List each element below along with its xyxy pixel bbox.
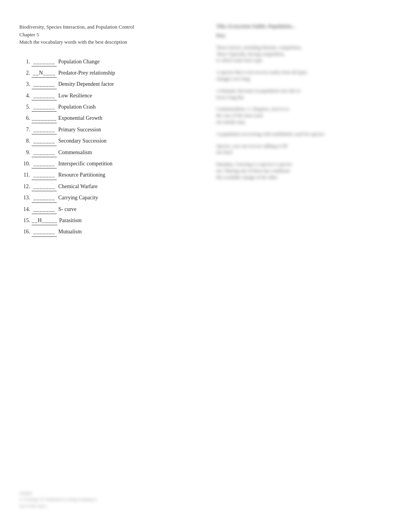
footer-label: Student bbox=[19, 490, 97, 496]
footer-section: Student A. Ecology, B. Population ecolog… bbox=[19, 490, 97, 509]
vocab-item: 4._______Low Resilience bbox=[19, 92, 197, 100]
item-blank[interactable]: _______ bbox=[32, 171, 57, 180]
vocab-item: 2.__N____Predator-Prey relationship bbox=[19, 69, 197, 78]
item-label: Population Crash bbox=[58, 103, 96, 111]
item-number: 1. bbox=[19, 58, 30, 66]
vocab-item: 16._______Mutualism bbox=[19, 228, 197, 236]
item-number: 4. bbox=[19, 92, 30, 100]
desc-item-e: Commensalism, A. Requires, next to to th… bbox=[216, 106, 391, 125]
item-number: 15. bbox=[19, 216, 30, 225]
item-blank[interactable]: _______ bbox=[32, 205, 57, 214]
vocab-item: 15.__H_____Parasitism bbox=[19, 216, 197, 225]
desc-item-h: Interplay, Carrying is a species is spec… bbox=[216, 161, 391, 180]
right-column: This, Ecosystem Stable, Population... Pr… bbox=[205, 23, 391, 509]
desc-item-b: These factors, including Density, compet… bbox=[216, 44, 391, 64]
item-blank[interactable]: _______ bbox=[32, 126, 57, 134]
item-label: Low Resilience bbox=[58, 92, 92, 100]
header-line2: Chapter 5 bbox=[19, 31, 197, 39]
item-label: Parasitism bbox=[59, 216, 81, 225]
header-line3: Match the vocabulary words with the best… bbox=[19, 38, 197, 46]
item-label: Resource Partitioning bbox=[58, 171, 105, 179]
vocab-item: 6.________Exponential Growth bbox=[19, 114, 197, 123]
item-label: Carrying Capacity bbox=[58, 194, 98, 202]
vocabulary-list: 1._______Population Change2.__N____Preda… bbox=[19, 58, 197, 237]
desc-item-f: A population recovering with established… bbox=[216, 131, 391, 138]
item-label: Interspecific competition bbox=[58, 160, 112, 168]
vocab-item: 1._______Population Change bbox=[19, 58, 197, 66]
item-blank[interactable]: __N____ bbox=[32, 69, 57, 78]
item-blank[interactable]: _______ bbox=[32, 160, 57, 168]
item-blank[interactable]: _______ bbox=[32, 103, 57, 112]
item-number: 14. bbox=[19, 205, 30, 214]
item-label: Secondary Succession bbox=[58, 137, 107, 145]
item-label: Predator-Prey relationship bbox=[58, 69, 115, 77]
descriptions-section: This, Ecosystem Stable, Population... Pr… bbox=[216, 23, 391, 181]
item-label: Mutualism bbox=[58, 228, 82, 236]
vocab-item: 11._______Resource Partitioning bbox=[19, 171, 197, 180]
item-number: 11. bbox=[19, 171, 30, 179]
left-column: Biodiversity, Species Interaction, and P… bbox=[19, 23, 205, 509]
vocab-item: 14._______S- curve bbox=[19, 205, 197, 214]
item-blank[interactable]: _______ bbox=[32, 194, 57, 202]
item-label: Primary Succession bbox=[58, 126, 101, 134]
item-label: Chemical Warfare bbox=[58, 182, 98, 191]
item-label: S- curve bbox=[58, 205, 76, 214]
item-number: 13. bbox=[19, 194, 30, 202]
vocab-item: 10._______Interspecific competition bbox=[19, 160, 197, 168]
desc-title: This, Ecosystem Stable, Population... bbox=[216, 23, 391, 29]
item-number: 5. bbox=[19, 103, 30, 111]
item-blank[interactable]: _______ bbox=[32, 58, 57, 66]
item-label: Density Dependent factor bbox=[58, 80, 114, 88]
item-blank[interactable]: _______ bbox=[32, 137, 57, 146]
header: Biodiversity, Species Interaction, and P… bbox=[19, 23, 197, 46]
vocab-item: 7._______Primary Succession bbox=[19, 126, 197, 134]
item-blank[interactable]: _______ bbox=[32, 92, 57, 100]
item-number: 2. bbox=[19, 69, 30, 77]
item-blank[interactable]: _______ bbox=[32, 182, 57, 191]
item-blank[interactable]: __H_____ bbox=[32, 216, 58, 225]
vocab-item: 5._______Population Crash bbox=[19, 103, 197, 112]
vocab-item: 13._______Carrying Capacity bbox=[19, 194, 197, 202]
desc-item-a: Prey bbox=[216, 32, 391, 39]
item-label: Commensalism bbox=[58, 148, 92, 157]
desc-item-g: Species, you can recover adding to fill … bbox=[216, 143, 391, 156]
item-number: 9. bbox=[19, 148, 30, 157]
item-number: 7. bbox=[19, 126, 30, 134]
item-number: 6. bbox=[19, 114, 30, 122]
item-number: 3. bbox=[19, 80, 30, 88]
item-number: 8. bbox=[19, 137, 30, 145]
item-blank[interactable]: ________ bbox=[32, 114, 57, 123]
vocab-item: 9._______Commensalism bbox=[19, 148, 197, 157]
item-number: 12. bbox=[19, 182, 30, 191]
item-label: Population Change bbox=[58, 58, 100, 66]
page: Biodiversity, Species Interaction, and P… bbox=[0, 0, 410, 532]
item-blank[interactable]: _______ bbox=[32, 148, 57, 157]
footer-sub: A. Ecology, B. Population ecology keepin… bbox=[19, 496, 97, 509]
item-blank[interactable]: _______ bbox=[32, 228, 57, 236]
vocab-item: 12._______Chemical Warfare bbox=[19, 182, 197, 191]
item-blank[interactable]: _______ bbox=[32, 80, 57, 89]
item-number: 16. bbox=[19, 228, 30, 236]
desc-item-c: A species that is not recover easily fro… bbox=[216, 69, 391, 82]
item-number: 10. bbox=[19, 160, 30, 168]
vocab-item: 8._______Secondary Succession bbox=[19, 137, 197, 146]
item-label: Exponential Growth bbox=[58, 114, 102, 122]
header-line1: Biodiversity, Species Interaction, and P… bbox=[19, 23, 197, 31]
desc-item-d: A dramatic decrease in population size d… bbox=[216, 88, 391, 101]
vocab-item: 3._______Density Dependent factor bbox=[19, 80, 197, 89]
